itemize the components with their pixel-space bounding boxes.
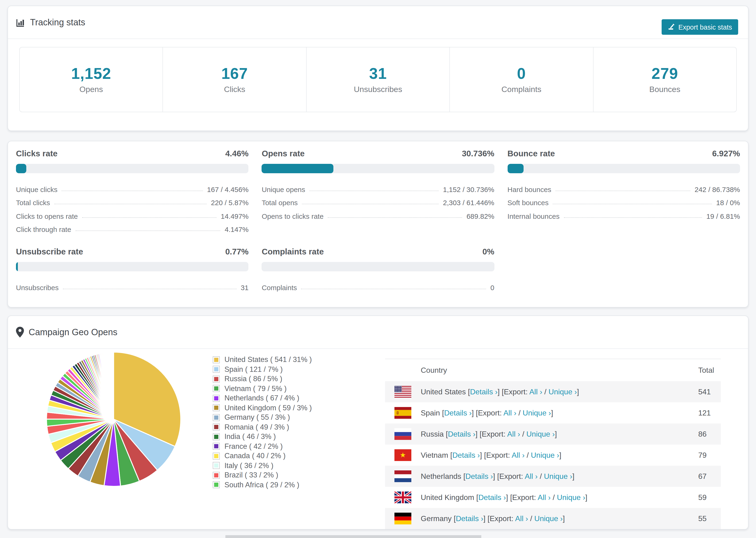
total-cell: 541 — [698, 388, 711, 396]
rate-value: 0% — [482, 247, 495, 257]
rate-stat-value: 19 / 6.81% — [706, 212, 740, 221]
details-link[interactable]: Details › — [444, 409, 472, 417]
dotted-leader — [564, 217, 702, 218]
export-all-link[interactable]: All › — [507, 430, 520, 438]
total-cell: 55 — [698, 514, 707, 523]
rate-stat-line: Unsubscribes31 — [16, 279, 249, 293]
rate-title: Opens rate — [262, 149, 305, 159]
geo-table: CountryTotalUnited States [Details ›] [E… — [385, 359, 721, 529]
geo-legend: United States ( 541 / 31% )Spain ( 121 /… — [213, 355, 312, 490]
bracket: ] — [559, 451, 561, 459]
rate-title: Clicks rate — [16, 149, 58, 159]
bracket: [ — [468, 388, 470, 396]
dotted-leader — [62, 190, 203, 191]
rate-stat-line: Soft bounces18 / 0% — [507, 194, 740, 208]
export-unique-link[interactable]: Unique › — [557, 493, 585, 501]
details-link[interactable]: Details › — [470, 388, 498, 396]
legend-item: Canada ( 40 / 2% ) — [213, 451, 312, 461]
rate-stat-value: 18 / 0% — [716, 198, 740, 208]
legend-label: India ( 46 / 3% ) — [225, 433, 276, 441]
separator: / — [516, 409, 523, 417]
legend-swatch — [213, 424, 220, 431]
export-all-link[interactable]: All › — [503, 409, 516, 417]
export-unique-link[interactable]: Unique › — [531, 451, 559, 459]
rate-progress-track — [262, 164, 495, 173]
legend-label: Canada ( 40 / 2% ) — [225, 452, 286, 460]
rate-block: Clicks rate4.46%Unique clicks167 / 4.456… — [16, 149, 249, 235]
export-unique-link[interactable]: Unique › — [544, 472, 572, 480]
rate-title: Unsubscribe rate — [16, 247, 83, 257]
legend-swatch — [213, 414, 220, 421]
legend-swatch-color — [214, 435, 218, 439]
export-basic-stats-button[interactable]: Export basic stats — [661, 19, 738, 35]
legend-item: Brazil ( 33 / 2% ) — [213, 470, 312, 480]
country-cell: Spain [Details ›] [Export: All › / Uniqu… — [421, 409, 553, 417]
tracking-stats-card: Tracking stats Export basic stats 1,152O… — [8, 6, 748, 131]
dotted-leader — [75, 231, 220, 231]
legend-swatch-color — [214, 425, 218, 429]
export-unique-link[interactable]: Unique › — [534, 514, 563, 522]
bracket: ] [Export: — [493, 472, 525, 480]
legend-swatch-color — [214, 396, 218, 401]
table-row: Russia [Details ›] [Export: All › / Uniq… — [385, 423, 721, 445]
summary-stat-label: Complaints — [502, 85, 541, 94]
rate-title-row: Bounce rate6.927% — [507, 149, 740, 159]
total-cell: 86 — [698, 430, 707, 438]
bottom-scrollbar[interactable] — [225, 535, 481, 538]
export-unique-link[interactable]: Unique › — [523, 409, 551, 417]
country-cell: Vietnam [Details ›] [Export: All › / Uni… — [421, 451, 561, 459]
export-all-link[interactable]: All › — [515, 514, 528, 522]
details-link[interactable]: Details › — [456, 514, 483, 522]
bracket: [ — [463, 472, 465, 480]
legend-item: Vietnam ( 79 / 5% ) — [213, 384, 312, 394]
legend-swatch — [213, 404, 220, 411]
rate-block: Bounce rate6.927%Hard bounces242 / 86.73… — [507, 149, 740, 235]
bracket: [ — [454, 514, 456, 522]
rate-block: Unsubscribe rate0.77%Unsubscribes31 — [16, 247, 249, 293]
details-link[interactable]: Details › — [465, 472, 493, 480]
legend-swatch-color — [214, 473, 218, 477]
details-link[interactable]: Details › — [448, 430, 475, 438]
country-cell: Germany [Details ›] [Export: All › / Uni… — [421, 514, 565, 523]
bracket: [ — [476, 493, 478, 501]
rate-progress-fill — [262, 164, 333, 173]
legend-label: Russia ( 86 / 5% ) — [225, 375, 282, 383]
legend-swatch-color — [214, 444, 218, 449]
rate-block: Complaints rate0%Complaints0 — [262, 247, 495, 293]
column-header-total: Total — [698, 366, 714, 374]
rate-progress-fill — [16, 262, 18, 271]
export-all-link[interactable]: All › — [512, 451, 524, 459]
gb-flag-icon — [395, 492, 411, 503]
rate-value: 6.927% — [712, 149, 740, 159]
summary-stat-value: 1,152 — [71, 65, 111, 82]
details-link[interactable]: Details › — [478, 493, 506, 501]
tracking-stats-title: Tracking stats — [16, 17, 85, 27]
summary-stat-label: Bounces — [649, 85, 680, 94]
bracket: ] [Export: — [472, 409, 503, 417]
legend-swatch-color — [214, 483, 218, 487]
legend-item: Netherlands ( 67 / 4% ) — [213, 394, 312, 403]
geo-pie-chart[interactable] — [45, 351, 182, 488]
details-link[interactable]: Details › — [453, 451, 480, 459]
dotted-leader — [302, 204, 439, 204]
export-all-link[interactable]: All › — [529, 388, 542, 396]
export-unique-link[interactable]: Unique › — [549, 388, 577, 396]
legend-swatch — [213, 481, 220, 488]
rate-stat-label: Unique clicks — [16, 185, 58, 194]
rate-stat-label: Total opens — [262, 198, 298, 208]
legend-swatch — [213, 366, 220, 373]
export-all-link[interactable]: All › — [538, 493, 551, 501]
export-all-link[interactable]: All › — [525, 472, 538, 480]
rates-card: Clicks rate4.46%Unique clicks167 / 4.456… — [8, 141, 748, 307]
legend-label: Vietnam ( 79 / 5% ) — [225, 385, 287, 393]
total-cell: 79 — [698, 451, 707, 459]
dotted-leader — [328, 217, 462, 218]
rate-stat-value: 167 / 4.456% — [207, 185, 249, 194]
rate-stat-line: Total clicks220 / 5.87% — [16, 194, 249, 208]
rate-value: 4.46% — [225, 149, 248, 159]
summary-stat-cell: 31Unsubscribes — [307, 47, 450, 112]
pie-slice[interactable] — [113, 352, 114, 419]
legend-swatch-color — [214, 358, 218, 362]
export-unique-link[interactable]: Unique › — [526, 430, 555, 438]
dotted-leader — [63, 289, 237, 289]
